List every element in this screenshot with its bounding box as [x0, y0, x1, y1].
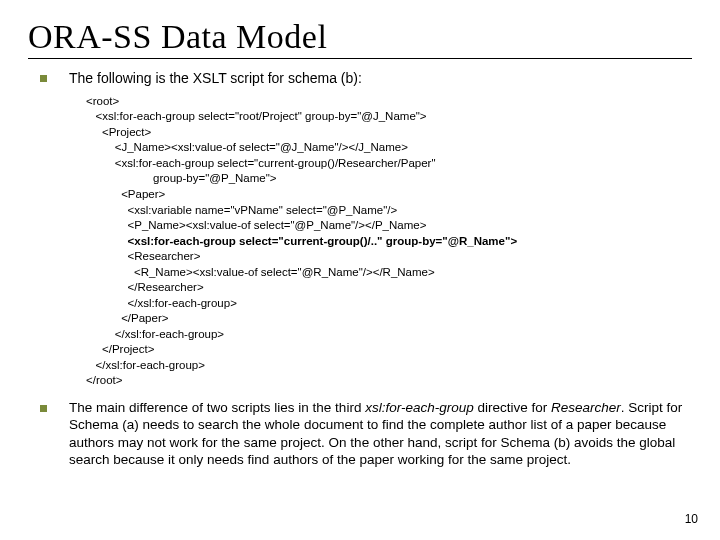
bullet-icon — [40, 75, 47, 82]
code-line: </Researcher> — [86, 281, 204, 293]
code-line: <J_Name><xsl:value-of select="@J_Name"/>… — [86, 141, 408, 153]
code-line-bold: <xsl:for-each-group select="current-grou… — [86, 235, 517, 247]
page-title: ORA-SS Data Model — [28, 18, 692, 56]
code-line: <P_Name><xsl:value-of select="@P_Name"/>… — [86, 219, 426, 231]
footer-pre: The main difference of two scripts lies … — [69, 400, 365, 415]
intro-text: The following is the XSLT script for sch… — [69, 69, 362, 88]
code-line: </root> — [86, 374, 122, 386]
code-line: <R_Name><xsl:value-of select="@R_Name"/>… — [86, 266, 435, 278]
code-block: <root> <xsl:for-each-group select="root/… — [86, 94, 692, 389]
footer-ital: xsl:for-each-group — [365, 400, 474, 415]
footer-text: The main difference of two scripts lies … — [69, 399, 692, 469]
code-line: <Project> — [86, 126, 151, 138]
page-number: 10 — [685, 512, 698, 526]
footer-mid: directive for — [474, 400, 551, 415]
footer-row: The main difference of two scripts lies … — [40, 399, 692, 469]
code-line: </Project> — [86, 343, 154, 355]
code-line: <root> — [86, 95, 119, 107]
footer-ital: Researcher — [551, 400, 621, 415]
code-line: group-by="@P_Name"> — [86, 172, 277, 184]
intro-row: The following is the XSLT script for sch… — [40, 69, 692, 88]
code-line: <xsl:for-each-group select="root/Project… — [86, 110, 427, 122]
code-line: <Paper> — [86, 188, 165, 200]
title-rule — [28, 58, 692, 59]
code-line: <xsl:for-each-group select="current-grou… — [86, 157, 435, 169]
code-line: </xsl:for-each-group> — [86, 297, 237, 309]
code-line: </xsl:for-each-group> — [86, 328, 224, 340]
code-line: </xsl:for-each-group> — [86, 359, 205, 371]
code-line: <xsl:variable name="vPName" select="@P_N… — [86, 204, 397, 216]
code-line: <Researcher> — [86, 250, 200, 262]
bullet-icon — [40, 405, 47, 412]
code-line: </Paper> — [86, 312, 168, 324]
